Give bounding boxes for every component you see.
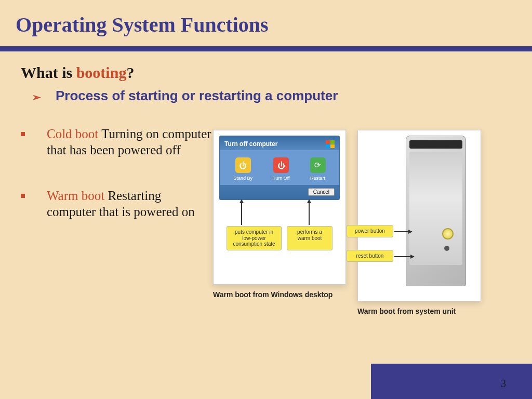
bullet-arrow-icon: ➢ (32, 91, 41, 103)
cancel-button[interactable]: Cancel (308, 188, 335, 196)
slide-title: Operating System Functions (0, 0, 532, 46)
square-bullet-icon (21, 194, 25, 198)
page-number: 3 (501, 378, 506, 390)
square-bullet-icon (21, 132, 25, 136)
dialog-body: ⏻ Stand By ⏻ Turn Off ⟳ Restart (220, 150, 339, 185)
turnoff-label: Turn Off (273, 176, 290, 181)
windows-logo-icon (325, 140, 335, 148)
standby-callout: puts computer in low-power consumption s… (227, 226, 282, 250)
tower-panel-wrap: power button reset button Warm boot from… (357, 130, 487, 316)
dialog-title-text: Turn off computer (224, 140, 277, 148)
windows-panel-wrap: Turn off computer ⏻ Stand By ⏻ (213, 130, 346, 316)
warm-boot-item: Warm boot Restarting computer that is po… (21, 188, 213, 220)
question-highlight: booting (76, 64, 127, 81)
restart-label: Restart (310, 176, 325, 181)
definitions-column: Cold boot Turning on computer that has b… (21, 126, 213, 316)
shutdown-dialog: Turn off computer ⏻ Stand By ⏻ (219, 136, 340, 200)
dialog-footer: Cancel (220, 185, 339, 199)
main-bullet-text: Process of starting or restarting a comp… (56, 88, 338, 104)
footer-accent (371, 364, 532, 399)
restart-icon: ⟳ (310, 157, 326, 173)
dialog-labels: puts computer in low-power consumption s… (227, 226, 332, 250)
dialog-arrows (219, 200, 340, 225)
reset-callout: reset button (347, 250, 393, 262)
restart-callout: performs a warm boot (287, 226, 332, 250)
system-unit-panel: power button reset button (357, 130, 481, 301)
turnoff-button[interactable]: ⏻ Turn Off (273, 157, 290, 181)
standby-button[interactable]: ⏻ Stand By (233, 157, 252, 181)
illustrations-column: Turn off computer ⏻ Stand By ⏻ (213, 126, 487, 316)
windows-dialog-panel: Turn off computer ⏻ Stand By ⏻ (213, 130, 346, 285)
main-bullet: ➢ Process of starting or restarting a co… (0, 86, 532, 111)
windows-caption: Warm boot from Windows desktop (213, 290, 343, 299)
question-prefix: What is (21, 64, 76, 81)
standby-label: Stand By (233, 176, 252, 181)
cold-boot-term: Cold boot (47, 127, 98, 141)
dialog-titlebar: Turn off computer (220, 137, 339, 150)
restart-button[interactable]: ⟳ Restart (310, 157, 326, 181)
tower-body (406, 136, 466, 286)
warm-boot-term: Warm boot (47, 189, 104, 203)
warm-boot-text: Warm boot Restarting computer that is po… (47, 188, 213, 220)
tower-caption: Warm boot from system unit (357, 307, 487, 316)
cold-boot-item: Cold boot Turning on computer that has b… (21, 126, 213, 158)
title-divider (0, 46, 532, 51)
tower-illustration: power button reset button (373, 136, 466, 296)
standby-icon: ⏻ (235, 157, 251, 173)
turnoff-icon: ⏻ (273, 157, 289, 173)
subtitle: What is booting? (0, 51, 532, 86)
content-row: Cold boot Turning on computer that has b… (0, 111, 532, 316)
question-suffix: ? (126, 64, 134, 81)
cold-boot-text: Cold boot Turning on computer that has b… (47, 126, 213, 158)
reset-button[interactable] (444, 246, 449, 251)
power-button[interactable] (442, 228, 454, 240)
power-callout: power button (347, 225, 393, 237)
